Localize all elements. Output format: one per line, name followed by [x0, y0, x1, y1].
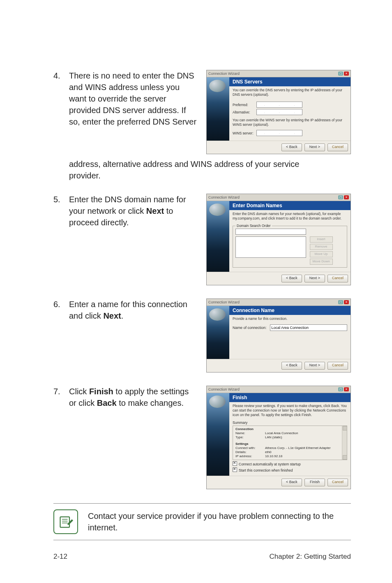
alternative-label: Alternative:: [233, 110, 254, 114]
step-number: 5.: [53, 194, 69, 205]
page-footer: 2-12 Chapter 2: Getting Started: [53, 553, 351, 561]
chapter-title: Chapter 2: Getting Started: [270, 553, 351, 561]
window-title: Connection Wizard: [208, 195, 240, 199]
wizard-heading: Finish: [229, 393, 350, 402]
window-minimize-icon[interactable]: ▢: [338, 195, 343, 199]
fieldset-legend: Domain Search Order: [235, 224, 272, 228]
wizard-side-image: [207, 393, 229, 476]
connection-name-label: Name of connection:: [233, 326, 267, 330]
summary-key: Name:: [235, 431, 265, 435]
checkbox-auto-connect[interactable]: Connect automatically at system startup: [233, 461, 347, 466]
connection-name-input[interactable]: [270, 324, 347, 331]
back-button[interactable]: < Back: [281, 143, 302, 151]
wizard-side-image: [207, 201, 229, 272]
step-text: Enter the DNS domain name for your netwo…: [69, 194, 198, 228]
step-6: 6. Enter a name for this connection and …: [53, 298, 351, 372]
step-text: Enter a name for this connection and cli…: [69, 298, 198, 322]
page-number: 2-12: [53, 553, 67, 561]
move-up-button[interactable]: Move Up: [310, 251, 333, 257]
window-close-icon[interactable]: ✕: [344, 72, 349, 76]
window-close-icon[interactable]: ✕: [344, 300, 349, 304]
step-number: 4.: [53, 70, 69, 81]
preferred-ip-input[interactable]: ...: [256, 102, 302, 108]
wizard-description: Provide a name for this connection.: [229, 315, 350, 323]
wizard-side-image: [207, 77, 229, 141]
page: 4. There is no need to enter the DNS and…: [0, 0, 392, 583]
summary-value: 10.10.92.18: [265, 454, 282, 458]
step-number: 6.: [53, 298, 69, 310]
insert-button[interactable]: Insert: [310, 236, 333, 243]
wizard-description: Enter the DNS domain names for your netw…: [229, 210, 350, 222]
step-7: 7. Click Finish to apply the settings or…: [53, 386, 351, 489]
domain-input[interactable]: [235, 229, 306, 235]
wizard-heading: DNS Servers: [229, 77, 350, 86]
cancel-button[interactable]: Cancel: [327, 362, 348, 370]
note-text: Contact your service provider if you hav…: [88, 510, 351, 533]
summary-group: Settings: [235, 442, 249, 446]
summary-value: Atheros Corp. - L1e Gigabit Ethernet Ada…: [265, 446, 331, 450]
summary-key: IP address:: [235, 454, 265, 458]
next-button[interactable]: Next >: [304, 143, 325, 151]
wizard-heading: Enter Domain Names: [229, 201, 350, 210]
finish-button[interactable]: Finish: [304, 479, 325, 486]
step-text: Click Finish to apply the settings or cl…: [69, 386, 198, 409]
cancel-button[interactable]: Cancel: [327, 143, 348, 151]
next-button[interactable]: Next >: [304, 275, 325, 282]
wizard-heading: Connection Name: [229, 306, 350, 315]
summary-box: Connection Name:Local Area Connection Ty…: [233, 426, 347, 460]
next-button[interactable]: Next >: [304, 362, 325, 370]
step-5: 5. Enter the DNS domain name for your ne…: [53, 194, 351, 285]
step-text: There is no need to enter the DNS and WI…: [69, 70, 198, 127]
move-down-button[interactable]: Move Down: [310, 259, 333, 265]
back-button[interactable]: < Back: [281, 479, 302, 486]
preferred-label: Preferred:: [233, 103, 254, 107]
summary-label: Summary: [233, 421, 347, 425]
wins-ip-input[interactable]: ...: [256, 130, 302, 136]
domain-list[interactable]: [235, 236, 306, 258]
wins-label: WINS server:: [233, 131, 254, 135]
step-list: 4. There is no need to enter the DNS and…: [53, 70, 351, 489]
window-close-icon[interactable]: ✕: [344, 195, 349, 199]
summary-value: LAN (static): [265, 435, 282, 440]
back-button[interactable]: < Back: [281, 362, 302, 370]
alternative-ip-input[interactable]: ...: [256, 109, 302, 115]
cancel-button[interactable]: Cancel: [327, 275, 348, 282]
window-minimize-icon[interactable]: ▢: [338, 72, 343, 76]
window-close-icon[interactable]: ✕: [344, 387, 349, 391]
summary-value: Local Area Connection: [265, 431, 298, 435]
note-icon: [53, 509, 78, 534]
wizard-description-2: You can override the WINS server by ente…: [233, 116, 347, 129]
wizard-finish: Connection Wizard ▢ ✕ Finish Please revi…: [206, 386, 351, 489]
window-titlebar: Connection Wizard ▢ ✕: [207, 386, 350, 393]
window-minimize-icon[interactable]: ▢: [338, 387, 343, 391]
window-titlebar: Connection Wizard ▢ ✕: [207, 299, 350, 306]
wizard-description: Please review your settings. If you want…: [229, 402, 350, 419]
window-title: Connection Wizard: [208, 72, 240, 76]
cancel-button[interactable]: Cancel: [327, 479, 348, 486]
wizard-dns-servers: Connection Wizard ▢ ✕ DNS Servers You ca…: [206, 70, 351, 154]
window-minimize-icon[interactable]: ▢: [338, 300, 343, 304]
checkbox-start-now[interactable]: Start this connection when finished: [233, 467, 347, 472]
remove-button[interactable]: Remove: [310, 244, 333, 250]
summary-key: Type:: [235, 435, 265, 440]
window-title: Connection Wizard: [208, 387, 240, 391]
wizard-side-image: [207, 306, 229, 359]
summary-key: Connect with:: [235, 446, 265, 450]
wizard-domain-names: Connection Wizard ▢ ✕ Enter Domain Names…: [206, 194, 351, 285]
summary-key: Details:: [235, 450, 265, 454]
scrollbar[interactable]: [342, 426, 347, 460]
svg-rect-0: [60, 517, 70, 527]
note-callout: Contact your service provider if you hav…: [53, 503, 351, 540]
window-titlebar: Connection Wizard ▢ ✕: [207, 70, 350, 77]
wizard-connection-name: Connection Wizard ▢ ✕ Connection Name Pr…: [206, 298, 351, 372]
step-4: 4. There is no need to enter the DNS and…: [53, 70, 351, 154]
window-title: Connection Wizard: [208, 300, 240, 304]
back-button[interactable]: < Back: [281, 275, 302, 282]
window-titlebar: Connection Wizard ▢ ✕: [207, 194, 350, 201]
summary-value: eth0: [265, 450, 272, 454]
step-4-continuation: address, alternative address and WINS ad…: [53, 158, 351, 181]
step-text: address, alternative address and WINS ad…: [69, 158, 324, 181]
step-number: 7.: [53, 386, 69, 397]
summary-group: Connection: [235, 427, 254, 431]
wizard-description: You can override the DNS servers by ente…: [229, 86, 350, 99]
